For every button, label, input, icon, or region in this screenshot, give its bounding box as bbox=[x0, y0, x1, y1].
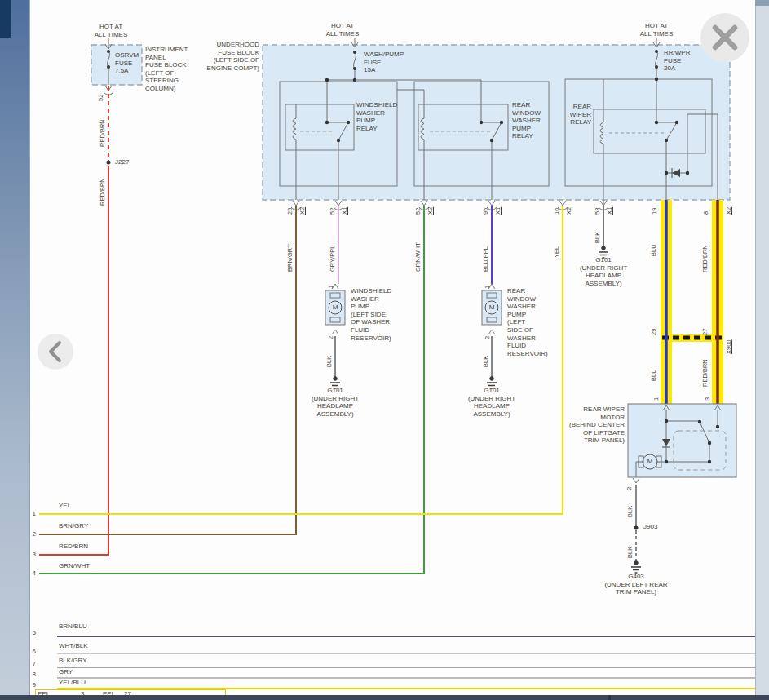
conn-x2-d: X2 bbox=[725, 207, 732, 215]
pin-3-motor: 3 bbox=[704, 397, 711, 401]
pin-27-x900: 27 bbox=[701, 329, 709, 335]
row-label: BRN/GRY bbox=[59, 522, 88, 530]
g101-label-pump2: G101 (UNDER RIGHT HEADLAMP ASSEMBLY) bbox=[453, 387, 531, 418]
g101-label-pump1: G101 (UNDER RIGHT HEADLAMP ASSEMBLY) bbox=[296, 387, 374, 418]
left-edge-panel bbox=[0, 0, 30, 695]
redbrn-wire-label-1: RED/BRN bbox=[99, 119, 106, 147]
top-left-corner-block bbox=[0, 0, 11, 38]
g403-label: G403 (UNDER LEFT REAR TRIM PANEL) bbox=[576, 573, 696, 596]
pin-52a: 52 bbox=[329, 208, 336, 215]
j903-splice-label: J903 bbox=[643, 523, 657, 531]
row-label: YEL/BLU bbox=[59, 679, 86, 687]
rear-wiper-relay-label: REAR WIPER RELAY bbox=[555, 103, 591, 126]
pin-16: 16 bbox=[553, 208, 560, 215]
row-label: BRN/BLU bbox=[59, 622, 87, 631]
ip-pin-label: 52 bbox=[97, 95, 104, 101]
grnwht-label: GRN/WHT bbox=[414, 242, 422, 272]
redbrn-wire-label-2: RED/BRN bbox=[99, 178, 106, 206]
rear-wiper-motor-label: REAR WIPER MOTOR (BEHIND CENTER OF LIFTG… bbox=[541, 405, 625, 445]
pin-25: 25 bbox=[286, 208, 294, 215]
close-button[interactable] bbox=[700, 13, 749, 62]
close-icon bbox=[700, 13, 749, 62]
right-scrollbar-track[interactable] bbox=[755, 0, 769, 695]
row-label: GRY bbox=[59, 668, 73, 676]
bottom-bar-seam bbox=[608, 695, 611, 700]
row-label: RED/BRN bbox=[59, 543, 88, 551]
row-label: GRN/WHT bbox=[59, 562, 90, 570]
motor-pin2: 2 bbox=[625, 487, 633, 490]
pump1-pin2: 2 bbox=[327, 336, 334, 339]
windshield-washer-pump-label: WINDSHIELD WASHER PUMP (LEFT SIDE OF WAS… bbox=[351, 287, 391, 342]
rrwpr-fuse-label: RR/WPR FUSE 20A bbox=[664, 49, 690, 73]
pump2-pin2: 2 bbox=[484, 336, 491, 339]
conn-x1-c: X1 bbox=[606, 207, 613, 215]
redbrn-label-top: RED/BRN bbox=[701, 245, 709, 272]
redbrn-label-bottom: RED/BRN bbox=[701, 359, 709, 387]
wiper-motor-m: M bbox=[645, 458, 655, 466]
g101-label-relay: G101 (UNDER RIGHT HEADLAMP ASSEMBLY) bbox=[564, 256, 643, 287]
bottom-bar bbox=[0, 695, 769, 700]
pin-1-motor: 1 bbox=[652, 397, 660, 401]
bluppl-label: BLU/PPL bbox=[482, 246, 489, 272]
conn-x2-a: X2 bbox=[298, 207, 306, 215]
pump2-pin1: 1 bbox=[484, 286, 491, 289]
row-label: BLK/GRY bbox=[59, 657, 87, 665]
rear-window-washer-pump-label: REAR WINDOW WASHER PUMP (LEFT SIDE OF WA… bbox=[507, 287, 548, 357]
rear-wiper-motor-symbol bbox=[628, 404, 736, 483]
brngry-label: BRN/GRY bbox=[286, 244, 294, 272]
ip-fuse-block-label: INSTRUMENT PANEL FUSE BLOCK (LEFT OF STE… bbox=[145, 46, 188, 93]
pump2-blk-label: BLK bbox=[482, 356, 489, 367]
pin-29-x900: 29 bbox=[650, 329, 657, 335]
osrvm-fuse-label: OSRVM FUSE 7.5A bbox=[115, 51, 139, 75]
wiring-diagram-viewer: HOT AT ALL TIMES OSRVM FUSE 7.5A INSTRUM… bbox=[0, 0, 769, 700]
motor-blk-label-2: BLK bbox=[626, 547, 634, 558]
pump1-pin1: 1 bbox=[327, 286, 334, 289]
pin-52b: 52 bbox=[414, 208, 422, 215]
x900-label: X900 bbox=[725, 339, 732, 354]
pin-19: 19 bbox=[651, 208, 658, 215]
pump1-blk-label: BLK bbox=[325, 356, 333, 367]
hot-label-ip: HOT AT ALL TIMES bbox=[85, 23, 137, 38]
hot-label-rrwpr: HOT AT ALL TIMES bbox=[630, 22, 683, 38]
pin-95: 95 bbox=[482, 208, 489, 215]
conn-x1-b: X1 bbox=[494, 207, 502, 215]
conn-x1-a: X1 bbox=[341, 207, 348, 215]
motor-blk-label-1: BLK bbox=[626, 506, 634, 517]
hot-label-wash: HOT AT ALL TIMES bbox=[316, 22, 369, 38]
wash-pump-fuse-label: WASH/PUMP FUSE 15A bbox=[364, 51, 404, 74]
blk-label-relay: BLK bbox=[594, 232, 601, 243]
scrollbar-top-cap bbox=[755, 0, 769, 6]
yel-label: YEL bbox=[553, 246, 560, 258]
x900-highlight bbox=[661, 334, 723, 342]
blu-label-bottom: BLU bbox=[650, 369, 657, 381]
row-label: YEL bbox=[59, 502, 71, 510]
pin-53: 53 bbox=[594, 208, 601, 215]
row-label: WHT/BLK bbox=[59, 642, 88, 650]
j227-splice-label: J227 bbox=[115, 158, 129, 166]
blu-label-top: BLU bbox=[650, 244, 657, 256]
windshield-washer-relay-label: WINDSHIELD WASHER PUMP RELAY bbox=[356, 101, 397, 132]
chevron-left-icon bbox=[38, 334, 73, 370]
previous-page-button[interactable] bbox=[38, 334, 73, 370]
conn-x2-c: X2 bbox=[565, 207, 572, 215]
pump1-motor-m: M bbox=[330, 303, 340, 312]
gryppl-label: GRY/PPL bbox=[329, 246, 336, 272]
rear-window-washer-relay-label: REAR WINDOW WASHER PUMP RELAY bbox=[512, 101, 541, 140]
pin-8: 8 bbox=[702, 211, 709, 215]
conn-x2-b: X2 bbox=[426, 207, 434, 215]
underhood-fuse-block-label: UNDERHOOD FUSE BLOCK (LEFT SIDE OF ENGIN… bbox=[191, 41, 259, 72]
pump2-motor-m: M bbox=[487, 303, 497, 312]
